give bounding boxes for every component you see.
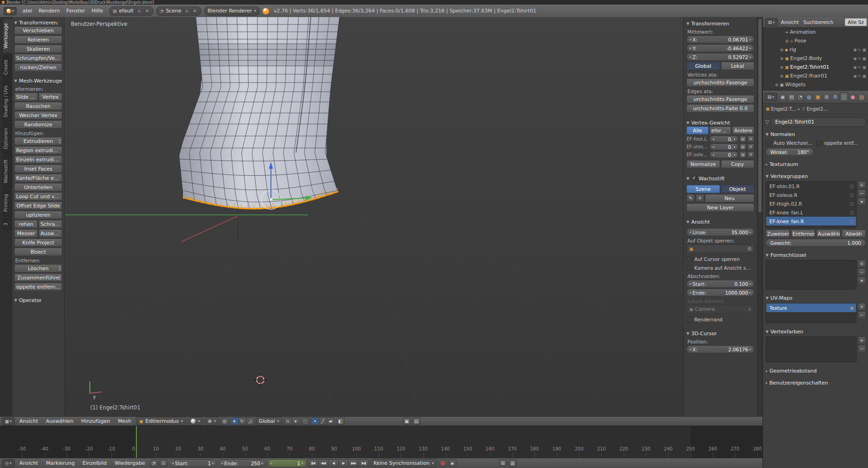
restrict-select-icon[interactable]: ↖ (858, 56, 862, 61)
decrement-arrow-icon[interactable]: ◂ (172, 461, 174, 465)
increment-arrow-icon[interactable]: ▸ (750, 282, 751, 286)
tool-region-extrudieren[interactable]: Region extrudieren (14, 146, 62, 154)
prev-keyframe-button[interactable]: ◀◀ (318, 459, 328, 467)
lock-icon[interactable]: ▢ (850, 219, 854, 224)
panel-header-transform[interactable]: ▼ Transformieren (686, 20, 754, 27)
edited-mesh-tshirt[interactable] (179, 17, 340, 209)
properties-tab-constraints[interactable]: ⊞ (822, 92, 831, 101)
decrement-arrow-icon[interactable]: ◂ (689, 55, 691, 59)
viewport-menu-ansicht[interactable]: Ansicht (16, 418, 41, 424)
menu-fenster[interactable]: Fenster (63, 8, 88, 14)
properties-tab-world[interactable]: ◍ (805, 92, 813, 101)
grease-draw-icon[interactable]: ✎ (686, 194, 695, 202)
tool-oppelte-entfern[interactable]: oppelte entfern... (14, 283, 62, 291)
grease-objekt-button[interactable]: Objekt (721, 185, 755, 193)
next-keyframe-button[interactable]: ▶▶ (348, 459, 359, 467)
panel-header-texture-space[interactable]: ▸ Texturraum (766, 160, 866, 168)
decrement-arrow-icon[interactable]: ◂ (270, 461, 272, 465)
decrement-arrow-icon[interactable]: ◂ (712, 145, 714, 149)
tool-inset-faces[interactable]: Inset Faces (14, 165, 62, 173)
tool-bisect[interactable]: Bisect (14, 248, 62, 256)
orientation-selector[interactable]: Global▾ (256, 417, 282, 426)
expander-icon[interactable]: ⊕ (785, 39, 789, 43)
increment-arrow-icon[interactable]: ▸ (734, 145, 736, 149)
decrement-arrow-icon[interactable]: ◂ (689, 282, 691, 286)
median-x-field[interactable]: ◂X:0.06701▸ (686, 36, 754, 43)
outliner-row-engel2-tshirt01[interactable]: ⊕▣Engel2:Tshirt01◉↖▣ (763, 63, 868, 71)
snap-element-icon[interactable]: ▾ (292, 417, 300, 425)
restrict-view-icon[interactable]: ◉ (853, 65, 857, 70)
tool-loop-cut-und-ver[interactable]: Loop Cut und ver... (14, 192, 62, 201)
zuweisen-button[interactable]: Zuweisen (766, 230, 790, 237)
preview-range-icon[interactable]: ◔ (150, 459, 158, 467)
tool-löschen[interactable]: Löschen▴▾ (14, 264, 62, 273)
properties-tab-material[interactable]: ● (849, 92, 857, 101)
increment-arrow-icon[interactable]: ▸ (750, 347, 751, 351)
panel-header-vertex-groups[interactable]: ▼ Vertexgruppen (766, 172, 866, 180)
panel-header-operator[interactable]: ▼Operator (14, 296, 62, 304)
panel-header-grease-pencil[interactable]: ▼ Wachsstift (686, 175, 754, 182)
toolshelf-tab-printing[interactable]: Printing (3, 190, 12, 216)
toolshelf-tab-create[interactable]: Create (3, 55, 12, 79)
expander-icon[interactable]: ⊕ (780, 47, 784, 52)
restrict-render-icon[interactable]: ▣ (862, 74, 866, 78)
outliner-menu-ansicht[interactable]: Ansicht (779, 19, 801, 25)
grease-pencil-checkbox[interactable] (691, 176, 697, 181)
play-button[interactable]: ▶ (338, 459, 349, 467)
tool-verschieben[interactable]: Verschieben (14, 26, 62, 35)
close-scene-button[interactable]: ✕ (192, 9, 198, 13)
decrement-arrow-icon[interactable]: ◂ (689, 347, 691, 351)
panel-header-custom-properties[interactable]: ▸ Benutzereigenschaften (766, 379, 866, 386)
restrict-select-icon[interactable]: ↖ (858, 74, 862, 78)
decrement-arrow-icon[interactable]: ◂ (689, 46, 691, 50)
tool-uplizieren[interactable]: uplizieren (14, 211, 62, 219)
manipulator-rotate-icon[interactable]: ↻ (238, 417, 246, 425)
delete-weight-icon[interactable]: ✕ (747, 136, 754, 142)
vertex-groups-list[interactable]: EF-shin.01.R▢EF-soleus.R▢EF-thigh.02.R▢E… (766, 181, 856, 228)
lock-icon[interactable]: ▢ (850, 184, 854, 189)
increment-arrow-icon[interactable]: ▸ (750, 37, 751, 41)
auto-smooth-checkbox[interactable]: Auto Weichzei... (766, 139, 815, 147)
scrollbar-thumb[interactable] (758, 19, 762, 213)
shape-keys-list[interactable] (766, 260, 856, 290)
decrement-arrow-icon[interactable]: ◂ (689, 37, 691, 41)
datablock-name-field[interactable]: Engel2:Tshirt01 (770, 117, 866, 127)
lock-icon[interactable]: ▢ (850, 201, 854, 206)
panel-header-uv-maps[interactable]: ▼ UV-Maps (766, 294, 866, 302)
median-y-field[interactable]: ◂Y:-0.46422▸ (686, 44, 754, 52)
uv-maps-list[interactable]: Texture▣ (766, 303, 856, 323)
restrict-view-icon[interactable]: ◉ (853, 47, 857, 52)
editor-type-button[interactable]: ▦▾ (2, 417, 15, 426)
properties-tab-object[interactable]: ▣ (814, 92, 822, 101)
increment-arrow-icon[interactable]: ▸ (750, 55, 751, 59)
sync-mode-selector[interactable]: Keine Synchronisation▾ (370, 459, 437, 468)
panel-header-view[interactable]: ▼ Ansicht (686, 218, 754, 225)
increment-arrow-icon[interactable]: ▸ (750, 230, 751, 234)
clip-end-field[interactable]: ◂ Ende: 1000.000 ▸ (686, 289, 754, 296)
new-layer-button[interactable]: New Layer (686, 203, 754, 212)
viewport-menu-hinzufügen[interactable]: Hinzufügen (78, 418, 113, 424)
tool-kante-fläche-erz[interactable]: Kante/Fläche erz... (14, 174, 62, 182)
add-icon[interactable]: + (696, 194, 704, 202)
toolshelf-tab-werkzeuge[interactable]: Werkzeuge (3, 18, 12, 53)
timeline-editor[interactable]: -50-40-30-20-100102030405060708090100110… (0, 426, 762, 458)
auto-keyframe-record-button[interactable]: ● (439, 459, 447, 467)
add-icon[interactable]: + (858, 260, 866, 267)
cursor-x-field[interactable]: ◂ X: 2.06176 ▸ (686, 345, 754, 353)
restrict-render-icon[interactable]: ▣ (862, 56, 866, 61)
edge-crease-button[interactable]: urchschnitts-Falte 0.0 (686, 104, 754, 113)
tool-extrudieren[interactable]: Extrudieren▴▾ (14, 137, 62, 145)
close-icon[interactable]: ✕ (748, 307, 751, 312)
tool-rücken-ziehen[interactable]: rücken/Ziehen (14, 63, 62, 71)
panel-header-shape-keys[interactable]: ▼ Formschlüssel (766, 251, 866, 259)
expander-icon[interactable]: ⊕ (780, 56, 784, 61)
properties-tab-modifiers[interactable]: ⚙ (831, 92, 839, 101)
select-vertex-icon[interactable]: • (311, 417, 319, 425)
decrement-arrow-icon[interactable]: ◂ (689, 290, 691, 295)
tool-randomize[interactable]: Randomize (14, 120, 62, 129)
timeline-menu-wiedergabe[interactable]: Wiedergabe (111, 460, 148, 466)
lock-to-cursor-checkbox[interactable]: Auf Cursor sperren (686, 255, 754, 263)
keying-set-icon[interactable]: ◈ (448, 459, 457, 467)
outliner-row-engel2-body[interactable]: ⊕▣Engel2:Body◉↖▣ (763, 54, 868, 63)
tool-rauschen[interactable]: Rauschen (14, 102, 62, 110)
